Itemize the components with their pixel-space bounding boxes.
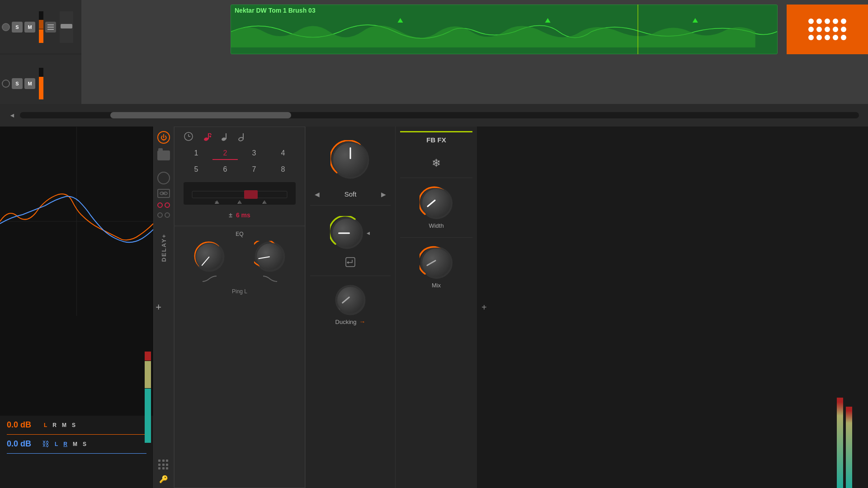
bottom-icons: 🔑 [158, 460, 169, 483]
scrollbar-area: ◄ [0, 104, 868, 127]
dot [841, 35, 846, 40]
num-btn-1[interactable]: 1 [184, 147, 209, 160]
eq-knob-2-container [254, 241, 286, 272]
orange-channel-buttons: L R M S [42, 421, 77, 429]
mix-knob[interactable] [421, 248, 452, 278]
num-btn-4[interactable]: 4 [270, 147, 296, 160]
eq-knob-2[interactable] [256, 243, 284, 271]
right-panel: FB FX ❄ Width [396, 127, 477, 488]
green-knob-arrow[interactable]: ◄ [366, 230, 371, 236]
dot [825, 27, 830, 32]
eq-label: EQ [179, 231, 300, 237]
solo-button-2[interactable]: S [12, 78, 23, 89]
svg-rect-30 [346, 258, 355, 267]
app-badge [787, 5, 868, 54]
eq-curve-2 [262, 275, 278, 284]
note-half-icon[interactable] [238, 131, 246, 141]
blue-meter-line: 0.0 dB ⛓ L R M S [7, 439, 146, 449]
num-btn-6[interactable]: 6 [212, 164, 238, 175]
main-knob[interactable] [332, 142, 368, 178]
num-btn-5[interactable]: 5 [184, 164, 209, 175]
meters-section: 0.0 dB L R M S 0.0 dB ⛓ L R M S [0, 416, 153, 488]
section-divider [310, 205, 391, 206]
middle-panel: ◀ Soft ▶ ◄ [305, 127, 396, 488]
power-button[interactable]: ⏻ [157, 131, 170, 144]
add-button[interactable]: + [156, 301, 161, 313]
dots-grid [804, 14, 851, 45]
oscilloscope [0, 127, 153, 316]
link-button[interactable] [157, 189, 170, 198]
green-knob-indicator [338, 232, 350, 234]
scroll-left-arrow[interactable]: ◄ [9, 112, 15, 119]
link-icon[interactable]: ⛓ [42, 440, 49, 448]
track-name: Nektar DW Tom 1 Brush 03 [231, 5, 777, 16]
orange-r-btn[interactable]: R [51, 421, 58, 429]
right-divider [400, 178, 472, 178]
delay-display: 3♪ ♪ ♪ [184, 182, 296, 205]
right-plus-button[interactable]: + [481, 302, 487, 313]
soft-prev-arrow[interactable]: ◀ [315, 191, 320, 198]
soft-label: Soft [344, 190, 357, 198]
clock-icon[interactable] [184, 131, 193, 141]
freeze-button[interactable]: ❄ [400, 152, 472, 174]
width-knob-section: Width [400, 182, 472, 234]
scroll-thumb[interactable] [110, 112, 291, 118]
waveform-track-1[interactable]: Nektar DW Tom 1 Brush 03 [231, 5, 778, 54]
channel-mode-button[interactable] [157, 202, 170, 208]
note-quarter-icon[interactable] [221, 131, 229, 141]
folder-button[interactable] [157, 150, 170, 160]
dot [808, 19, 814, 24]
orange-s-btn[interactable]: S [70, 421, 77, 429]
green-knob-container [330, 216, 364, 250]
dot [833, 27, 838, 32]
num-btn-7[interactable]: 7 [241, 164, 267, 175]
green-knob[interactable] [332, 218, 362, 248]
num-btn-3[interactable]: 3 [241, 147, 267, 160]
ducking-arrow[interactable]: → [359, 318, 365, 325]
scroll-track[interactable] [20, 112, 859, 118]
num-btn-2[interactable]: 2 [212, 147, 238, 160]
grid-icon[interactable] [158, 460, 169, 470]
mix-knob-indicator [426, 259, 436, 266]
note-dotted-icon[interactable] [203, 131, 212, 141]
blue-m-btn[interactable]: M [71, 440, 79, 448]
blue-s-btn[interactable]: S [81, 440, 88, 448]
num-btn-8[interactable]: 8 [270, 164, 296, 175]
eq-knob-1[interactable] [195, 243, 223, 271]
mix-knob-section: Mix [400, 241, 472, 293]
left-panel: 0.0 dB L R M S 0.0 dB ⛓ L R M S [0, 127, 154, 488]
track-active-indicator [2, 23, 10, 31]
eq-curve-1 [202, 275, 217, 284]
mute-button-2[interactable]: M [24, 78, 35, 89]
track-menu-1[interactable] [45, 22, 56, 33]
svg-rect-19 [244, 190, 258, 199]
section-divider-2 [310, 276, 391, 276]
dot [808, 27, 814, 32]
blue-r-btn[interactable]: R [61, 440, 69, 448]
bottom-section: 0.0 dB L R M S 0.0 dB ⛓ L R M S [0, 127, 868, 488]
soft-next-arrow[interactable]: ▶ [381, 191, 386, 198]
right-divider-2 [400, 237, 472, 238]
ping-label: Ping L [179, 288, 300, 295]
dot [816, 35, 822, 40]
key-icon[interactable]: 🔑 [159, 475, 168, 483]
dot [841, 19, 846, 24]
orange-meter-line: 0.0 dB L R M S [7, 420, 146, 430]
orange-m-btn[interactable]: M [60, 421, 68, 429]
orange-separator [7, 434, 146, 435]
return-icon[interactable] [345, 257, 356, 267]
svg-text:♪: ♪ [237, 201, 239, 205]
width-knob[interactable] [421, 188, 452, 218]
ducking-knob[interactable] [336, 286, 364, 314]
dot [833, 19, 838, 24]
ducking-knob-section: Ducking → [310, 280, 391, 330]
svg-marker-1 [545, 18, 551, 23]
solo-button-1[interactable]: S [12, 22, 23, 33]
main-knob-section [310, 131, 391, 187]
orange-l-btn[interactable]: L [42, 421, 49, 429]
blue-l-btn[interactable]: L [53, 440, 60, 448]
mix-knob-container [420, 246, 453, 280]
mode-circle-button[interactable] [157, 172, 170, 184]
mute-button-1[interactable]: M [24, 22, 35, 33]
dual-channel-button[interactable] [157, 212, 170, 218]
